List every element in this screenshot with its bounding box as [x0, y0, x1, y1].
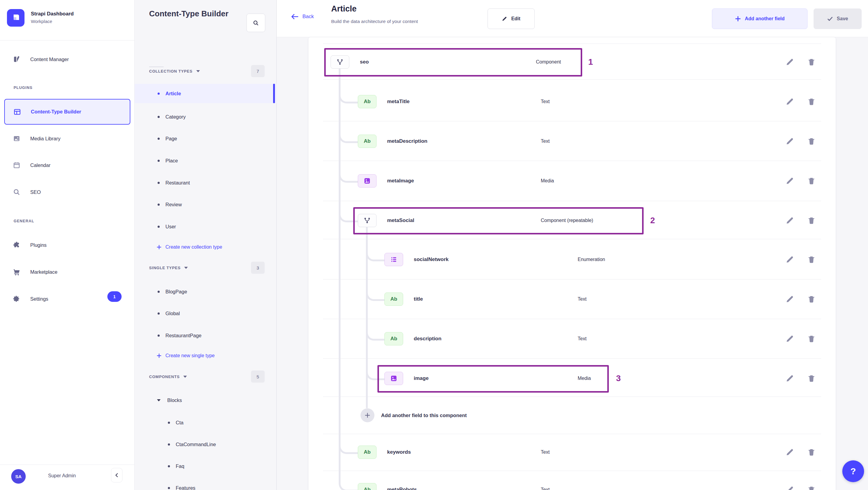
edit-field-button[interactable] — [785, 448, 794, 457]
sidebar-item-category[interactable]: Category — [134, 107, 277, 126]
plugins-section-label: PLUGINS — [13, 86, 33, 90]
delete-field-button[interactable] — [807, 295, 816, 304]
bullet-icon — [158, 116, 160, 118]
components-header[interactable]: COMPONENTS — [149, 370, 187, 382]
chevron-down-icon — [183, 376, 187, 378]
sidebar-item-review[interactable]: Review — [134, 195, 277, 214]
chevron-down-icon — [196, 70, 200, 72]
table-row-seo: seo Component — [309, 52, 836, 72]
edit-field-button[interactable] — [785, 97, 794, 106]
delete-field-button[interactable] — [807, 448, 816, 457]
sidebar-item-content-type-builder[interactable]: Content-Type Builder — [4, 99, 130, 125]
edit-field-button[interactable] — [785, 295, 794, 304]
delete-field-button[interactable] — [807, 374, 816, 383]
sidebar-item-place[interactable]: Place — [134, 151, 277, 170]
pencil-icon — [785, 58, 794, 66]
app-title: Strapi Dashboard — [31, 11, 74, 17]
bullet-icon — [158, 226, 160, 228]
avatar[interactable]: SA — [11, 469, 26, 484]
sidebar-item-features[interactable]: Features — [134, 478, 277, 490]
single-types-header[interactable]: SINGLE TYPES — [149, 262, 188, 274]
table-row-socialnetwork: socialNetwork Enumeration — [309, 250, 836, 269]
page-title: Article — [331, 4, 356, 13]
sidebar-item-ctacommandline[interactable]: CtaCommandLine — [134, 435, 277, 454]
component-field-icon — [331, 55, 349, 69]
bullet-icon — [168, 487, 170, 489]
sidebar-item-label: Calendar — [30, 162, 51, 168]
edit-field-button[interactable] — [785, 176, 794, 185]
table-row-metadescription: Ab metaDescription Text — [309, 131, 836, 151]
edit-field-button[interactable] — [785, 485, 794, 490]
sidebar-item-cta[interactable]: Cta — [134, 413, 277, 432]
field-name: description — [414, 329, 441, 348]
collection-types-header[interactable]: COLLECTION TYPES — [149, 65, 200, 77]
delete-field-button[interactable] — [807, 97, 816, 106]
plus-icon — [365, 412, 371, 418]
sidebar-item-page[interactable]: Page — [134, 129, 277, 148]
save-button[interactable]: Save — [813, 8, 862, 29]
gear-icon — [13, 295, 21, 303]
bullet-icon — [158, 335, 160, 337]
delete-field-button[interactable] — [807, 334, 816, 343]
help-button[interactable]: ? — [842, 460, 864, 482]
delete-field-button[interactable] — [807, 58, 816, 66]
sidebar-item-blogpage[interactable]: BlogPage — [134, 282, 277, 301]
main-content: Back Article Build the data architecture… — [277, 0, 868, 490]
field-type: Text — [541, 92, 550, 111]
add-field-to-component-button[interactable] — [361, 408, 374, 422]
search-button[interactable] — [247, 13, 265, 32]
edit-field-button[interactable] — [785, 137, 794, 146]
bullet-icon — [158, 291, 160, 293]
chevron-down-icon — [157, 399, 161, 401]
delete-field-button[interactable] — [807, 485, 816, 490]
field-type: Media — [541, 171, 554, 190]
annotation-number-2: 2 — [650, 211, 655, 230]
text-field-icon: Ab — [384, 293, 403, 306]
trash-icon — [807, 176, 816, 185]
settings-notification-badge: 1 — [107, 291, 122, 302]
edit-button[interactable]: Edit — [488, 8, 535, 29]
component-group-blocks[interactable]: Blocks — [134, 391, 277, 410]
bullet-icon — [158, 93, 160, 95]
text-field-icon: Ab — [358, 95, 376, 108]
delete-field-button[interactable] — [807, 176, 816, 185]
edit-field-button[interactable] — [785, 374, 794, 383]
sidebar-item-content-manager[interactable]: Content Manager — [0, 50, 134, 68]
field-name: metaSocial — [387, 211, 414, 230]
delete-field-button[interactable] — [807, 255, 816, 264]
sidebar-item-calendar[interactable]: Calendar — [0, 156, 134, 174]
sidebar-item-seo[interactable]: SEO — [0, 183, 134, 201]
section-label: SINGLE TYPES — [149, 266, 181, 270]
sidebar-item-marketplace[interactable]: Marketplace — [0, 263, 134, 281]
divider — [0, 465, 134, 465]
add-another-field-button[interactable]: Add another field — [712, 8, 807, 29]
sidebar-item-global[interactable]: Global — [134, 304, 277, 323]
field-name: title — [414, 289, 423, 309]
add-field-to-component-label[interactable]: Add another field to this component — [381, 406, 467, 425]
single-types-count: 3 — [251, 262, 265, 274]
edit-field-button[interactable] — [785, 58, 794, 66]
create-single-type-link[interactable]: Create new single type — [134, 347, 277, 365]
edit-field-button[interactable] — [785, 255, 794, 264]
divider — [323, 319, 821, 319]
collapse-sidebar-button[interactable] — [111, 468, 123, 483]
components-count: 5 — [251, 370, 265, 382]
table-row-title: Ab title Text — [309, 289, 836, 309]
sidebar-item-plugins[interactable]: Plugins — [0, 236, 134, 254]
back-link[interactable]: Back — [291, 13, 314, 20]
edit-field-button[interactable] — [785, 334, 794, 343]
delete-field-button[interactable] — [807, 216, 816, 225]
trash-icon — [807, 137, 816, 146]
sidebar-item-media-library[interactable]: Media Library — [0, 129, 134, 148]
edit-field-button[interactable] — [785, 216, 794, 225]
sidebar-item-user[interactable]: User — [134, 217, 277, 236]
delete-field-button[interactable] — [807, 137, 816, 146]
sidebar-item-restaurantpage[interactable]: RestaurantPage — [134, 326, 277, 345]
field-name: keywords — [387, 442, 411, 462]
sidebar-item-article[interactable]: Article — [134, 84, 277, 103]
create-collection-type-link[interactable]: Create new collection type — [134, 238, 277, 256]
trash-icon — [807, 485, 816, 490]
sidebar-item-restaurant[interactable]: Restaurant — [134, 173, 277, 192]
field-type: Text — [541, 131, 550, 151]
sidebar-item-faq[interactable]: Faq — [134, 456, 277, 476]
